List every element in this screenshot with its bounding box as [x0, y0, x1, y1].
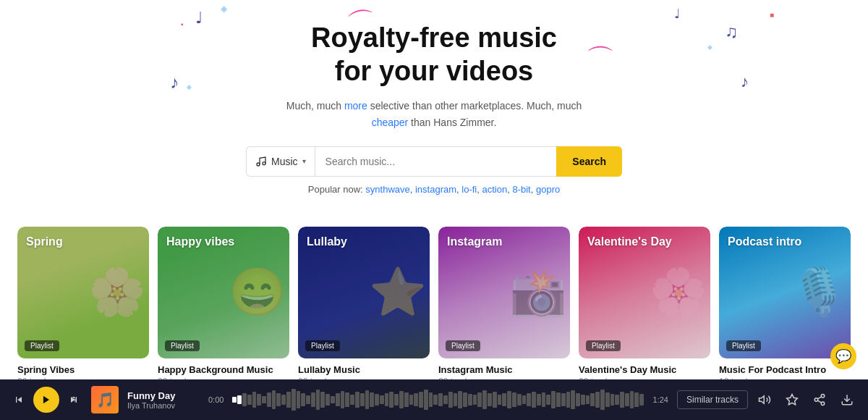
hero-subtitle: Much, much more selective than other mar…	[282, 98, 586, 130]
chat-button[interactable]: 💬	[830, 343, 856, 369]
waveform-bar	[297, 391, 301, 408]
waveform-bar	[551, 391, 556, 408]
playlist-badge-valentine: Playlist	[586, 340, 621, 351]
playlist-badge-spring: Playlist	[25, 340, 59, 351]
waveform-bar	[380, 395, 384, 404]
waveform-bar	[576, 393, 580, 406]
waveform-bar	[498, 395, 502, 405]
prev-button[interactable]	[10, 391, 27, 408]
search-button[interactable]: Search	[556, 146, 622, 177]
track-info: Funny Day Ilya Truhanov	[127, 390, 200, 410]
playlist-thumb-instagram: 📸 Instagram Playlist	[438, 227, 570, 358]
tag-gopro[interactable]: gopro	[536, 184, 560, 195]
waveform-bar	[370, 392, 374, 407]
svg-line-10	[817, 397, 821, 399]
waveform-bar	[360, 393, 365, 406]
popular-now: Popular now: synthwave, instagram, lo-fi…	[14, 184, 854, 195]
waveform-bar	[419, 392, 423, 408]
waveform-bar	[237, 395, 242, 404]
similar-tracks-button[interactable]: Similar tracks	[677, 390, 748, 409]
search-type-selector[interactable]: Music ▾	[246, 146, 315, 177]
favorite-button[interactable]	[781, 390, 803, 409]
deco-dot-1: ◆	[221, 4, 227, 14]
tag-synthwave[interactable]: synthwave	[365, 184, 409, 195]
next-button[interactable]	[65, 391, 82, 408]
waveform-bar	[438, 393, 443, 406]
waveform-bar	[350, 395, 354, 405]
waveform-bar	[316, 390, 320, 410]
waveform-bar	[605, 392, 610, 407]
tag-lofi[interactable]: lo-fi	[461, 184, 477, 195]
share-button[interactable]	[809, 390, 830, 409]
waveform-bar	[375, 394, 379, 406]
waveform-bar	[232, 397, 237, 403]
waveform-bar	[454, 393, 458, 406]
waveform-bar	[389, 392, 393, 408]
playlist-title-podcast: Podcast intro	[728, 235, 801, 248]
playlists-grid: 🌸 Spring Playlist Spring Vibes 20 tracks…	[17, 227, 851, 387]
waveform-bar	[586, 395, 590, 404]
waveform-bar	[566, 392, 571, 408]
playlist-thumb-happy: 😄 Happy vibes Playlist	[158, 227, 289, 358]
waveform-bar	[488, 393, 492, 406]
waveform-bar	[590, 393, 595, 406]
waveform-bar	[326, 394, 330, 406]
tag-action[interactable]: action	[482, 184, 507, 195]
waveform-bar	[537, 394, 541, 406]
tag-instagram[interactable]: instagram	[415, 184, 456, 195]
waveform-bar	[306, 395, 310, 404]
track-name: Funny Day	[127, 390, 200, 401]
search-type-label: Music	[271, 156, 298, 167]
player-actions: Similar tracks	[677, 390, 858, 409]
waveform-bar	[542, 392, 546, 407]
waveform-bar	[571, 390, 575, 409]
waveform-bar	[355, 392, 359, 408]
waveform-bar	[517, 394, 522, 406]
playlist-card-instagram[interactable]: 📸 Instagram Playlist Instagram Music 20 …	[438, 227, 570, 387]
playlist-card-valentine[interactable]: 🌸 Valentine's Day Playlist Valentine's D…	[579, 227, 710, 387]
svg-point-6	[821, 395, 825, 398]
tag-8bit[interactable]: 8-bit	[512, 184, 530, 195]
waveform-bar	[242, 393, 247, 406]
popular-label: Popular now:	[308, 184, 363, 195]
playlist-name-spring: Spring Vibes	[17, 364, 149, 375]
svg-point-7	[814, 398, 818, 402]
download-icon	[841, 393, 854, 406]
playlist-card-podcast[interactable]: 🎙️ Podcast intro Playlist Music For Podc…	[719, 227, 851, 387]
waveform-bar	[561, 393, 566, 406]
waveform[interactable]	[232, 387, 644, 413]
playlist-thumb-lullaby: ⭐ Lullaby Playlist	[298, 227, 430, 358]
waveform-bar	[345, 392, 349, 407]
playlist-name-podcast: Music For Podcast Intro	[719, 364, 851, 375]
hero-section: ♩ ◆ ▪ ♪ ◆ ♩ ♫ ■ ◆ ♪ ⌒ ⌒ Royalty-free mus…	[0, 0, 868, 227]
waveform-bar	[482, 390, 487, 409]
playlist-name-lullaby: Lullaby Music	[298, 364, 430, 375]
search-bar: Music ▾ Search	[246, 146, 622, 177]
waveform-bar	[336, 393, 340, 406]
svg-rect-3	[76, 397, 77, 403]
download-button[interactable]	[836, 390, 858, 409]
playlist-card-spring[interactable]: 🌸 Spring Playlist Spring Vibes 20 tracks	[17, 227, 149, 387]
waveform-bar	[414, 393, 418, 406]
playlist-badge-lullaby: Playlist	[305, 340, 340, 351]
waveform-bar	[600, 390, 605, 410]
search-input[interactable]	[315, 146, 557, 177]
cheaper-link[interactable]: cheaper	[372, 117, 409, 128]
waveform-bar	[276, 393, 281, 406]
playlist-title-instagram: Instagram	[447, 235, 502, 248]
more-link[interactable]: more	[344, 100, 367, 112]
playlist-badge-instagram: Playlist	[446, 340, 480, 351]
track-artist: Ilya Truhanov	[127, 401, 200, 410]
waveform-bar	[556, 392, 561, 407]
hero-title: Royalty-free music for your videos	[14, 22, 854, 88]
waveform-bar	[394, 394, 399, 406]
play-button[interactable]	[33, 387, 59, 413]
playlist-card-lullaby[interactable]: ⭐ Lullaby Playlist Lullaby Music 20 trac…	[298, 227, 430, 387]
waveform-bar	[473, 395, 477, 405]
svg-line-9	[817, 400, 821, 403]
waveform-bar	[267, 392, 271, 407]
playlist-card-happy[interactable]: 😄 Happy vibes Playlist Happy Background …	[158, 227, 289, 387]
volume-button[interactable]	[754, 390, 775, 409]
track-art: 🎵	[91, 386, 119, 413]
waveform-bar	[399, 391, 404, 408]
